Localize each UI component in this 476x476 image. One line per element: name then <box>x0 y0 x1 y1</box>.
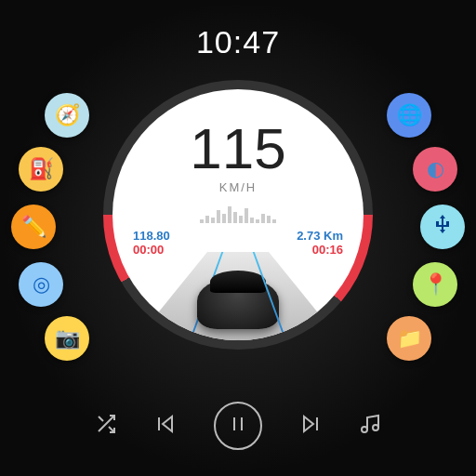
stats-right: 2.73 Km 00:16 <box>297 229 343 257</box>
time-right: 00:16 <box>297 243 343 257</box>
compass-button[interactable]: 🧭 <box>45 93 89 138</box>
time-left: 00:00 <box>133 243 170 257</box>
web-button[interactable]: 🌐 <box>387 93 431 138</box>
notes-button[interactable]: ✏️ <box>11 205 56 249</box>
pause-icon <box>227 413 249 440</box>
usb-icon <box>431 213 454 241</box>
globe-icon: 🌐 <box>397 103 422 127</box>
folder-icon: 📁 <box>397 326 422 350</box>
music-button[interactable] <box>359 413 381 439</box>
gauge-ring: 115 KM/H 118.80 00:00 2.73 Km 00:16 <box>103 80 373 350</box>
stats-left: 118.80 00:00 <box>133 229 170 257</box>
radar-icon: ◎ <box>33 272 50 297</box>
shuffle-button[interactable] <box>95 413 117 439</box>
pencil-icon: ✏️ <box>21 215 46 239</box>
usb-button[interactable] <box>420 205 465 249</box>
clock: 10:47 <box>196 24 280 60</box>
camera-icon: 📷 <box>55 326 80 350</box>
prev-track-icon <box>154 413 177 439</box>
gauge-face: 115 KM/H 118.80 00:00 2.73 Km 00:16 <box>112 89 364 340</box>
media-controls <box>0 402 476 450</box>
speedometer: 115 KM/H 118.80 00:00 2.73 Km 00:16 <box>103 80 373 350</box>
prev-button[interactable] <box>154 413 177 439</box>
playpause-button[interactable] <box>214 402 262 450</box>
map-pin-icon: 📍 <box>423 272 448 297</box>
files-button[interactable]: 📁 <box>387 316 431 361</box>
audio-equalizer <box>200 203 276 223</box>
next-button[interactable] <box>299 413 322 439</box>
radar-button[interactable]: ◎ <box>19 262 63 307</box>
maps-button[interactable]: 📍 <box>413 262 457 307</box>
speed-unit: KM/H <box>219 180 258 194</box>
gauge-icon: ◐ <box>427 157 444 181</box>
next-track-icon <box>299 413 322 439</box>
compass-icon: 🧭 <box>55 103 80 127</box>
road-graphic <box>136 252 340 340</box>
camera-button[interactable]: 📷 <box>45 316 89 361</box>
gauge-button[interactable]: ◐ <box>413 147 457 192</box>
dashboard: 10:47 115 KM/H 118.80 00:00 2.73 Km 00:1… <box>0 0 476 476</box>
music-icon <box>359 413 381 439</box>
odometer-value: 118.80 <box>133 229 170 243</box>
trip-value: 2.73 Km <box>297 229 343 243</box>
fuel-icon: ⛽ <box>29 157 54 181</box>
shuffle-icon <box>95 413 117 439</box>
speed-value: 115 <box>190 115 285 181</box>
fuel-button[interactable]: ⛽ <box>19 147 63 192</box>
car-graphic <box>197 278 279 329</box>
